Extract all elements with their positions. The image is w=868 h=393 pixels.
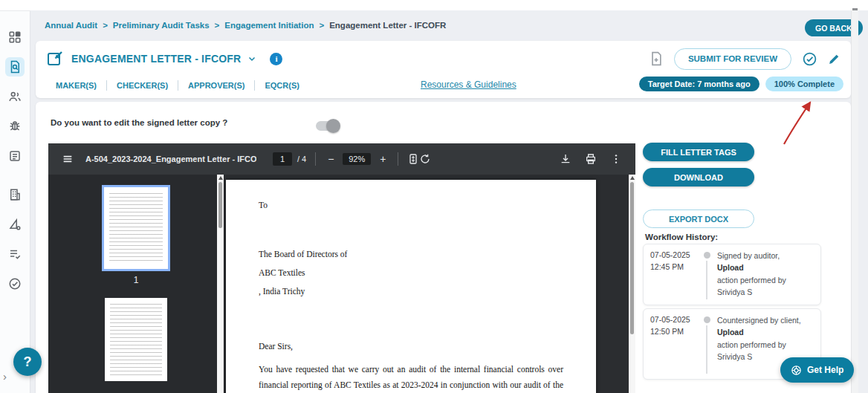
main-content-card: Do you want to edit the signed letter co… <box>36 102 851 393</box>
info-icon[interactable]: i <box>270 53 282 65</box>
thumbnail-scrollbar[interactable] <box>217 175 224 393</box>
document-search-icon[interactable] <box>5 57 25 77</box>
thumbnail-page-number: 1 <box>48 275 224 285</box>
letter-to-line: To <box>259 201 563 210</box>
resources-guidelines-link[interactable]: Resources & Guidelines <box>421 79 516 90</box>
letter-address: The Board of Directors of ABC Textiles ,… <box>259 250 563 296</box>
download-button[interactable]: DOWNLOAD <box>643 168 754 186</box>
pdf-page-input[interactable]: 1 <box>273 152 292 166</box>
pdf-page-area: To The Board of Directors of ABC Textile… <box>224 175 635 393</box>
submit-for-review-button[interactable]: SUBMIT FOR REVIEW <box>674 48 791 70</box>
building-icon[interactable] <box>5 185 25 204</box>
left-sidebar <box>0 10 30 393</box>
entry-timestamp: 07-05-2025 12:50 PM <box>650 314 696 374</box>
pdf-thumbnail-page-1[interactable] <box>102 185 170 271</box>
pdf-thumbnail-page-2[interactable] <box>105 298 167 381</box>
tab-approvers[interactable]: APPROVER(S) <box>178 80 255 91</box>
pdf-toolbar: A-504_2023-2024_Engagement Letter - IFCO… <box>48 143 635 175</box>
breadcrumb-item[interactable]: Preliminary Audit Tasks <box>113 21 210 30</box>
pdf-thumbnail-panel: 1 <box>48 175 224 393</box>
workflow-history-title: Workflow History: <box>645 233 718 241</box>
fit-to-page-icon[interactable] <box>407 153 419 165</box>
workflow-history-entry: 07-05-2025 12:45 PM Signed by auditor, U… <box>643 244 821 305</box>
edit-pencil-icon[interactable] <box>828 53 841 65</box>
export-docx-button[interactable]: EXPORT DOCX <box>643 210 754 228</box>
zoom-in-button[interactable]: + <box>377 153 389 165</box>
timeline-dot <box>704 316 710 323</box>
fill-letter-tags-button[interactable]: FILL LETTER TAGS <box>643 143 754 161</box>
breadcrumb-item[interactable]: Annual Audit <box>45 21 97 30</box>
entry-description: Signed by auditor, Upload action perform… <box>717 250 814 299</box>
dashboard-icon[interactable] <box>5 27 25 47</box>
edit-letter-question: Do you want to edit the signed letter co… <box>51 118 227 127</box>
tab-makers[interactable]: MAKER(S) <box>46 80 107 91</box>
zoom-out-button[interactable]: − <box>325 153 337 165</box>
page-thumbnail-preview <box>110 304 162 375</box>
toggle-knob <box>326 119 340 133</box>
role-tabs: MAKER(S) CHECKER(S) APPROVER(S) EQCR(S) … <box>36 74 851 97</box>
breadcrumb-current: Engagement Letter - IFCOFR <box>329 21 446 30</box>
chevron-down-icon[interactable] <box>247 54 256 63</box>
pdf-zoom-level[interactable]: 92% <box>343 153 371 165</box>
window-scrollbar[interactable] <box>851 10 858 393</box>
pdf-page-total: / 4 <box>297 155 306 163</box>
tab-checkers[interactable]: CHECKER(S) <box>107 80 178 91</box>
tab-eqcr[interactable]: EQCR(S) <box>255 80 308 91</box>
pdf-page-1: To The Board of Directors of ABC Textile… <box>226 180 596 393</box>
breadcrumb: Annual Audit > Preliminary Audit Tasks >… <box>45 21 446 30</box>
task-list-icon[interactable] <box>5 244 25 264</box>
rotate-icon[interactable] <box>419 153 431 165</box>
users-icon[interactable] <box>5 87 25 106</box>
breadcrumb-separator: > <box>319 21 324 30</box>
print-icon[interactable] <box>585 153 597 165</box>
completion-badge: 100% Complete <box>765 77 843 91</box>
check-circle-icon[interactable] <box>5 274 25 293</box>
engagement-letter-icon <box>46 50 64 68</box>
breadcrumb-separator: > <box>215 21 220 30</box>
page-title: ENGAGEMENT LETTER - IFCOFR <box>71 53 241 65</box>
sidebar-expand-chevron-icon[interactable]: › <box>3 370 7 383</box>
timeline-dot <box>704 252 710 259</box>
page-thumbnail-preview <box>109 193 163 263</box>
breadcrumb-separator: > <box>103 21 108 30</box>
get-help-button[interactable]: Get Help <box>780 357 854 383</box>
app-window: ? › Annual Audit > Preliminary Audit Tas… <box>0 0 868 393</box>
pdf-page-scrollbar[interactable] <box>629 175 635 393</box>
download-icon[interactable] <box>560 153 571 165</box>
pdf-file-name: A-504_2023-2024_Engagement Letter - IFCO… <box>85 155 256 163</box>
header-card: ENGAGEMENT LETTER - IFCOFR i SUBMIT FOR … <box>36 41 851 98</box>
pdf-viewer: A-504_2023-2024_Engagement Letter - IFCO… <box>48 143 635 393</box>
article-icon[interactable] <box>5 146 25 166</box>
help-fab-button[interactable]: ? <box>13 348 42 376</box>
target-date-badge: Target Date: 7 months ago <box>639 77 760 91</box>
timeline-connector <box>706 325 707 374</box>
letter-body-paragraph: You have requested that we carry out an … <box>259 362 563 393</box>
breadcrumb-item[interactable]: Engagement Initiation <box>224 21 314 30</box>
letter-salutation: Dear Sirs, <box>259 342 563 351</box>
approve-check-circle-icon[interactable] <box>802 51 817 67</box>
entry-timestamp: 07-05-2025 12:45 PM <box>650 250 696 299</box>
add-document-icon[interactable] <box>649 51 664 66</box>
timeline-connector <box>706 261 707 299</box>
edit-letter-toggle[interactable] <box>316 121 338 131</box>
bug-icon[interactable] <box>5 117 25 136</box>
more-options-icon[interactable] <box>610 153 622 165</box>
lifebuoy-icon <box>791 365 802 376</box>
pdf-menu-icon[interactable] <box>62 153 74 165</box>
measure-settings-icon[interactable] <box>5 215 25 234</box>
